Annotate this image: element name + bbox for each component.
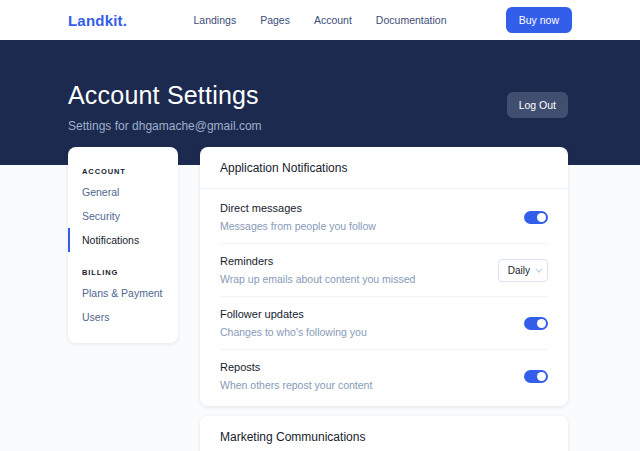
log-out-button[interactable]: Log Out: [507, 92, 568, 118]
sidebar-item-notifications[interactable]: Notifications: [68, 228, 178, 252]
sidebar-item-security[interactable]: Security: [68, 204, 178, 228]
card-title-marketing-communications: Marketing Communications: [200, 416, 568, 451]
setting-row-follower-updates: Follower updates Changes to who's follow…: [200, 297, 568, 349]
toggle-knob: [537, 319, 546, 328]
brand-logo[interactable]: Landkit.: [68, 12, 127, 29]
setting-description: Messages from people you follow: [220, 220, 376, 232]
setting-text: Follower updates Changes to who's follow…: [220, 308, 367, 338]
card-title-application-notifications: Application Notifications: [200, 147, 568, 189]
setting-text: Reposts When others repost your content: [220, 361, 372, 391]
buy-now-button[interactable]: Buy now: [506, 7, 572, 33]
follower-updates-toggle[interactable]: [524, 317, 548, 330]
reminders-frequency-select[interactable]: Daily: [498, 259, 548, 282]
nav-item-pages[interactable]: Pages: [260, 14, 290, 26]
sidebar-section-billing: BILLING: [68, 252, 178, 281]
setting-description: Changes to who's following you: [220, 326, 367, 338]
top-navbar: Landkit. Landings Pages Account Document…: [0, 0, 640, 40]
direct-messages-toggle[interactable]: [524, 211, 548, 224]
setting-description: When others repost your content: [220, 379, 372, 391]
sidebar-item-users[interactable]: Users: [68, 305, 178, 329]
setting-text: Reminders Wrap up emails about content y…: [220, 255, 415, 285]
setting-title: Direct messages: [220, 202, 376, 214]
chevron-down-icon: [535, 265, 542, 272]
page-title: Account Settings: [68, 81, 262, 110]
toggle-knob: [537, 213, 546, 222]
setting-text: Direct messages Messages from people you…: [220, 202, 376, 232]
nav-item-documentation[interactable]: Documentation: [376, 14, 447, 26]
setting-description: Wrap up emails about content you missed: [220, 273, 415, 285]
select-value: Daily: [508, 265, 530, 276]
setting-row-reposts: Reposts When others repost your content: [200, 350, 568, 402]
notification-settings-list: Direct messages Messages from people you…: [200, 189, 568, 406]
setting-title: Reminders: [220, 255, 415, 267]
setting-row-reminders: Reminders Wrap up emails about content y…: [200, 244, 568, 296]
setting-title: Follower updates: [220, 308, 367, 320]
toggle-knob: [537, 372, 546, 381]
setting-row-direct-messages: Direct messages Messages from people you…: [200, 191, 568, 243]
sidebar-section-account: ACCOUNT: [68, 159, 178, 180]
page-subtitle: Settings for dhgamache@gmail.com: [68, 119, 262, 133]
nav-item-landings[interactable]: Landings: [194, 14, 237, 26]
sidebar-item-plans-payment[interactable]: Plans & Payment: [68, 281, 178, 305]
settings-sidebar: ACCOUNT General Security Notifications B…: [68, 147, 178, 343]
nav-links: Landings Pages Account Documentation: [194, 14, 447, 26]
marketing-communications-card: Marketing Communications: [200, 416, 568, 451]
setting-title: Reposts: [220, 361, 372, 373]
nav-item-account[interactable]: Account: [314, 14, 352, 26]
application-notifications-card: Application Notifications Direct message…: [200, 147, 568, 406]
reposts-toggle[interactable]: [524, 370, 548, 383]
page-header-text: Account Settings Settings for dhgamache@…: [68, 73, 262, 133]
sidebar-item-general[interactable]: General: [68, 180, 178, 204]
